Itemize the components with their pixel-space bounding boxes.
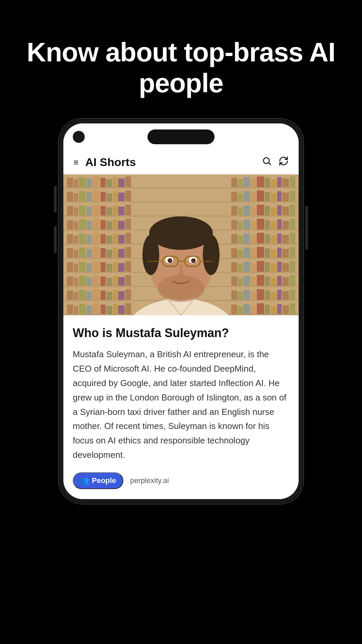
app-bar-actions xyxy=(262,156,289,168)
search-icon[interactable] xyxy=(262,156,272,168)
svg-point-29 xyxy=(149,216,213,250)
app-bar: ≡ AI Shorts xyxy=(63,150,299,174)
svg-point-36 xyxy=(191,258,196,263)
people-tag-label: People xyxy=(92,476,116,485)
people-icon: 👥 xyxy=(80,476,89,485)
svg-point-35 xyxy=(168,258,172,263)
people-tag-button[interactable]: 👥 People xyxy=(73,472,123,489)
menu-icon[interactable]: ≡ xyxy=(73,158,78,167)
hero-title: Know about top-brass AI people xyxy=(0,37,362,99)
svg-point-32 xyxy=(158,275,204,302)
app-title: AI Shorts xyxy=(85,156,262,169)
svg-point-31 xyxy=(203,235,220,275)
dynamic-island xyxy=(147,129,215,144)
phone-top-bar xyxy=(63,123,299,150)
svg-line-1 xyxy=(269,163,270,165)
phone-screen: ≡ AI Shorts xyxy=(63,123,299,499)
svg-point-30 xyxy=(142,235,159,275)
refresh-icon[interactable] xyxy=(279,156,289,168)
article-image xyxy=(63,174,299,315)
article-content: Who is Mustafa Suleyman? Mustafa Suleyma… xyxy=(63,315,299,499)
article-footer: 👥 People perplexity.ai xyxy=(73,472,289,489)
camera-dot xyxy=(73,131,84,142)
article-body: Mustafa Suleyman, a British AI entrepren… xyxy=(73,347,289,462)
phone-frame: ≡ AI Shorts xyxy=(59,119,303,504)
article-title: Who is Mustafa Suleyman? xyxy=(73,325,289,340)
source-label: perplexity.ai xyxy=(130,476,169,485)
